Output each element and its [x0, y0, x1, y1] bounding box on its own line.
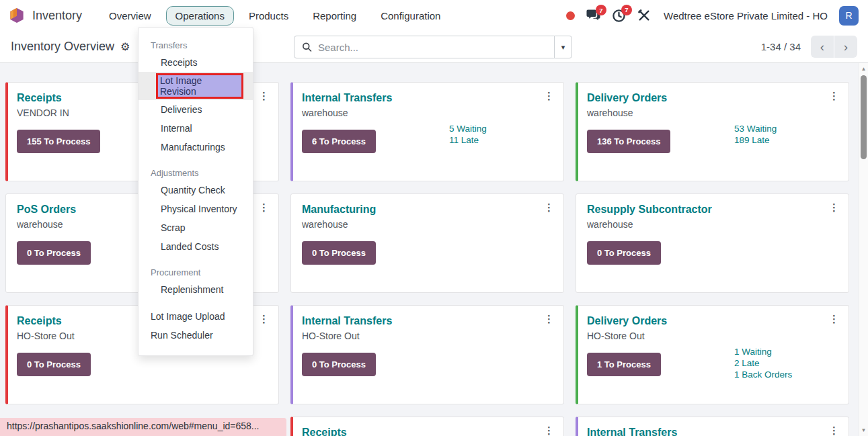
menu-item[interactable]: Lot Image Revision [139, 72, 253, 100]
chevron-left-icon: ‹ [820, 40, 824, 54]
search-box [294, 36, 555, 58]
kebab-menu-icon[interactable]: ⋮ [829, 314, 839, 324]
menu-item[interactable]: Run Scheduler [139, 326, 253, 345]
kebab-menu-icon[interactable]: ⋮ [259, 202, 269, 212]
card-title-link[interactable]: Receipts [17, 315, 62, 327]
messages-icon[interactable]: 7 [586, 9, 600, 22]
menu-item[interactable]: Internal [139, 119, 253, 138]
menu-item[interactable]: Scrap [139, 218, 253, 237]
debug-tools-icon[interactable] [637, 9, 651, 22]
menu-section-header: Transfers [139, 37, 253, 53]
menu-item[interactable]: Manufacturings [139, 138, 253, 157]
record-status-dot-icon [566, 11, 575, 20]
to-process-button[interactable]: 1 To Process [587, 353, 661, 376]
user-avatar[interactable]: R [839, 6, 859, 26]
company-name[interactable]: Wedtree eStore Private Limited - HO [664, 10, 828, 21]
menu-item[interactable]: Landed Costs [139, 237, 253, 256]
menu-item[interactable]: Quantity Check [139, 181, 253, 200]
kebab-menu-icon[interactable]: ⋮ [544, 314, 554, 324]
card-subtitle: warehouse [587, 219, 838, 230]
app-name[interactable]: Inventory [32, 9, 82, 23]
scroll-down-icon[interactable]: ▼ [859, 427, 868, 433]
nav-item-reporting[interactable]: Reporting [303, 6, 366, 26]
vertical-scrollbar[interactable]: ▲ ▼ [859, 63, 868, 436]
caret-down-icon: ▾ [561, 43, 565, 52]
pager-buttons: ‹ › [811, 36, 857, 58]
card-title-link[interactable]: Receipts [302, 427, 347, 436]
kanban-card: Delivery Orders warehouse 136 To Process… [576, 82, 849, 181]
scrollbar-thumb[interactable] [861, 75, 867, 159]
menu-item[interactable]: Physical Inventory [139, 200, 253, 218]
card-status-links: 53 Waiting189 Late [734, 124, 777, 145]
status-link[interactable]: 1 Back Orders [734, 369, 792, 380]
kanban-card: Internal Transfers warehouse 6 To Proces… [290, 82, 564, 181]
kanban-grid: Receipts VENDOR IN 155 To Process ⋮ Inte… [0, 63, 859, 436]
kanban-card: Resupply Subcontractor warehouse 0 To Pr… [576, 193, 849, 293]
card-title-link[interactable]: PoS Orders [17, 204, 76, 216]
card-subtitle: warehouse [302, 107, 553, 118]
status-link[interactable]: 1 Waiting [734, 347, 792, 357]
gear-icon[interactable]: ⚙ [120, 40, 130, 53]
status-link[interactable]: 189 Late [734, 135, 777, 145]
card-title-link[interactable]: Manufacturing [302, 204, 376, 216]
card-status-links: 5 Waiting11 Late [449, 124, 487, 145]
to-process-button[interactable]: 155 To Process [17, 130, 100, 153]
kebab-menu-icon[interactable]: ⋮ [544, 202, 554, 212]
search-input[interactable] [318, 42, 547, 53]
link-preview-statusbar: https://prashantipos.saakshionline.com/w… [0, 418, 286, 436]
highlighted-menu-item-box: Lot Image Revision [156, 73, 243, 99]
pager-previous-button[interactable]: ‹ [811, 36, 834, 58]
kanban-card: Internal Transfers HO-Store Out 0 To Pro… [290, 305, 564, 404]
search-area: ▾ [294, 36, 572, 58]
card-subtitle: warehouse [302, 219, 553, 230]
to-process-button[interactable]: 0 To Process [302, 353, 376, 376]
pager-next-button[interactable]: › [834, 36, 857, 58]
to-process-button[interactable]: 0 To Process [17, 241, 91, 265]
messages-badge: 7 [596, 5, 606, 15]
status-link[interactable]: 5 Waiting [449, 124, 487, 134]
scroll-up-icon[interactable]: ▲ [859, 66, 868, 72]
card-subtitle: HO-Store Out [302, 331, 553, 341]
systray: 7 7 Wedtree eStore Private Limited - HO … [566, 6, 859, 26]
pager: 1-34 / 34 ‹ › [761, 36, 857, 58]
page-title: Inventory Overview [11, 40, 114, 54]
status-link[interactable]: 2 Late [734, 358, 792, 368]
kebab-menu-icon[interactable]: ⋮ [829, 425, 839, 435]
inventory-app-screen: Inventory OverviewOperationsProductsRepo… [0, 0, 868, 436]
kanban-card: Delivery Orders HO-Store Out 1 To Proces… [576, 305, 849, 404]
card-title-link[interactable]: Delivery Orders [587, 315, 667, 327]
card-title-link[interactable]: Receipts [17, 92, 62, 104]
kebab-menu-icon[interactable]: ⋮ [829, 202, 839, 212]
to-process-button[interactable]: 0 To Process [587, 241, 661, 265]
nav-item-operations[interactable]: Operations [166, 6, 234, 26]
card-title-link[interactable]: Resupply Subcontractor [587, 204, 712, 216]
card-title-link[interactable]: Delivery Orders [587, 92, 667, 104]
search-options-toggle[interactable]: ▾ [554, 36, 572, 58]
to-process-button[interactable]: 0 To Process [17, 353, 91, 376]
to-process-button[interactable]: 6 To Process [302, 130, 376, 153]
kebab-menu-icon[interactable]: ⋮ [544, 91, 554, 101]
menu-item[interactable]: Lot Image Upload [139, 307, 253, 326]
kebab-menu-icon[interactable]: ⋮ [259, 314, 269, 324]
kebab-menu-icon[interactable]: ⋮ [259, 91, 269, 101]
status-link[interactable]: 11 Late [449, 135, 487, 145]
kebab-menu-icon[interactable]: ⋮ [544, 425, 554, 435]
nav-item-overview[interactable]: Overview [100, 6, 161, 26]
activities-clock-icon[interactable]: 7 [612, 9, 626, 23]
nav-item-products[interactable]: Products [239, 6, 298, 26]
inventory-app-icon[interactable] [9, 7, 24, 24]
status-link[interactable]: 53 Waiting [734, 124, 777, 134]
menu-item[interactable]: Replenishment [139, 280, 253, 299]
to-process-button[interactable]: 0 To Process [302, 241, 376, 265]
search-icon [302, 42, 312, 52]
to-process-button[interactable]: 136 To Process [587, 130, 670, 153]
card-title-link[interactable]: Internal Transfers [302, 315, 392, 327]
kanban-card: Internal Transfers ⋮ [576, 417, 849, 436]
kanban-card: Manufacturing warehouse 0 To Process ⋮ [290, 193, 564, 293]
card-title-link[interactable]: Internal Transfers [302, 92, 392, 104]
kebab-menu-icon[interactable]: ⋮ [829, 91, 839, 101]
card-title-link[interactable]: Internal Transfers [587, 427, 677, 436]
menu-item[interactable]: Receipts [139, 53, 253, 72]
menu-item[interactable]: Deliveries [139, 100, 253, 119]
nav-item-configuration[interactable]: Configuration [371, 6, 450, 26]
